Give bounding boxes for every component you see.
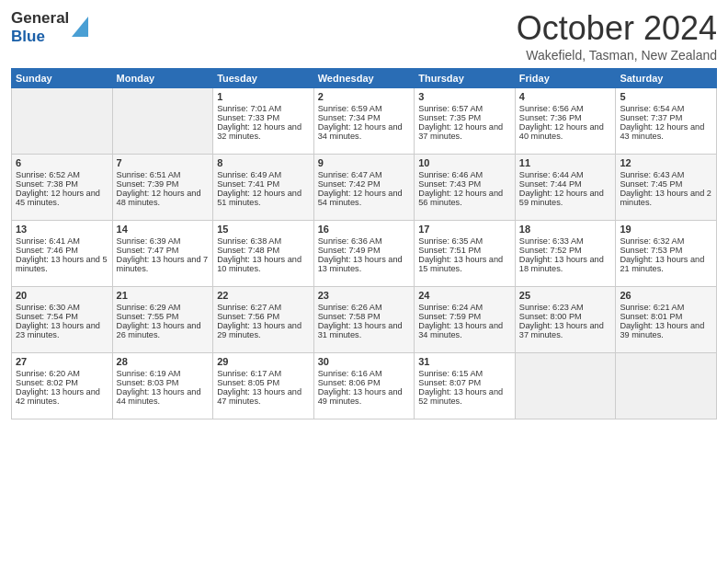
sunrise-text: Sunrise: 6:47 AM [318,170,411,179]
calendar-cell [12,88,113,155]
daylight-text: Daylight: 13 hours and 31 minutes. [318,321,411,339]
sunset-text: Sunset: 7:37 PM [620,113,712,122]
calendar-cell [112,88,213,155]
logo-general: General [11,9,69,28]
col-header-monday: Monday [112,69,213,88]
daylight-text: Daylight: 12 hours and 32 minutes. [217,122,310,141]
day-number: 30 [318,356,411,367]
sunset-text: Sunset: 7:54 PM [16,312,108,321]
sunrise-text: Sunrise: 6:16 AM [318,369,411,378]
sunrise-text: Sunrise: 6:52 AM [16,170,108,179]
header-row: SundayMondayTuesdayWednesdayThursdayFrid… [12,69,717,88]
sunrise-text: Sunrise: 6:17 AM [217,369,310,378]
sunset-text: Sunset: 7:34 PM [318,113,411,122]
daylight-text: Daylight: 12 hours and 37 minutes. [418,122,511,141]
calendar-cell: 29Sunrise: 6:17 AMSunset: 8:05 PMDayligh… [213,353,314,419]
daylight-text: Daylight: 13 hours and 37 minutes. [519,321,612,339]
daylight-text: Daylight: 12 hours and 59 minutes. [519,189,612,207]
day-number: 5 [620,91,712,102]
calendar-cell: 12Sunrise: 6:43 AMSunset: 7:45 PMDayligh… [616,155,717,221]
day-number: 31 [418,356,511,367]
sunrise-text: Sunrise: 6:46 AM [418,170,511,179]
calendar-cell: 31Sunrise: 6:15 AMSunset: 8:07 PMDayligh… [415,353,516,419]
calendar-cell: 15Sunrise: 6:38 AMSunset: 7:48 PMDayligh… [213,221,314,287]
daylight-text: Daylight: 13 hours and 15 minutes. [418,255,511,273]
col-header-sunday: Sunday [12,69,113,88]
sunset-text: Sunset: 8:07 PM [418,378,511,387]
sunset-text: Sunset: 7:35 PM [418,113,511,122]
title-block: October 2024 Wakefield, Tasman, New Zeal… [517,9,717,63]
col-header-saturday: Saturday [616,69,717,88]
day-number: 1 [217,91,310,102]
day-number: 4 [519,91,612,102]
sunrise-text: Sunrise: 6:56 AM [519,104,612,113]
sunset-text: Sunset: 7:48 PM [217,246,310,255]
daylight-text: Daylight: 12 hours and 40 minutes. [519,122,612,141]
day-number: 23 [318,290,411,301]
sunrise-text: Sunrise: 6:33 AM [519,236,612,246]
sunset-text: Sunset: 7:43 PM [418,179,511,189]
calendar-cell: 22Sunrise: 6:27 AMSunset: 7:56 PMDayligh… [213,287,314,353]
sunrise-text: Sunrise: 6:24 AM [418,303,511,312]
daylight-text: Daylight: 13 hours and 5 minutes. [16,255,108,273]
day-number: 19 [620,224,712,235]
calendar-cell: 1Sunrise: 7:01 AMSunset: 7:33 PMDaylight… [213,88,314,155]
sunrise-text: Sunrise: 6:19 AM [117,369,210,378]
calendar-cell: 11Sunrise: 6:44 AMSunset: 7:44 PMDayligh… [515,155,616,221]
day-number: 24 [418,290,511,301]
calendar-cell: 7Sunrise: 6:51 AMSunset: 7:39 PMDaylight… [112,155,213,221]
calendar-cell: 4Sunrise: 6:56 AMSunset: 7:36 PMDaylight… [515,88,616,155]
day-number: 14 [117,224,210,235]
calendar-cell: 25Sunrise: 6:23 AMSunset: 8:00 PMDayligh… [515,287,616,353]
daylight-text: Daylight: 12 hours and 43 minutes. [620,122,712,141]
day-number: 28 [117,356,210,367]
daylight-text: Daylight: 13 hours and 34 minutes. [418,321,511,339]
daylight-text: Daylight: 13 hours and 52 minutes. [418,387,511,406]
daylight-text: Daylight: 13 hours and 39 minutes. [620,321,712,339]
sunset-text: Sunset: 8:02 PM [16,378,108,387]
daylight-text: Daylight: 13 hours and 10 minutes. [217,255,310,273]
day-number: 13 [16,224,108,235]
day-number: 9 [318,157,411,168]
sunset-text: Sunset: 7:47 PM [117,246,210,255]
week-row-5: 27Sunrise: 6:20 AMSunset: 8:02 PMDayligh… [12,353,717,419]
daylight-text: Daylight: 13 hours and 7 minutes. [117,255,210,273]
sunrise-text: Sunrise: 6:15 AM [418,369,511,378]
svg-marker-0 [72,17,88,37]
calendar-cell: 20Sunrise: 6:30 AMSunset: 7:54 PMDayligh… [12,287,113,353]
calendar-cell: 28Sunrise: 6:19 AMSunset: 8:03 PMDayligh… [112,353,213,419]
calendar-cell: 16Sunrise: 6:36 AMSunset: 7:49 PMDayligh… [313,221,415,287]
sunrise-text: Sunrise: 6:57 AM [418,104,511,113]
calendar-cell: 26Sunrise: 6:21 AMSunset: 8:01 PMDayligh… [616,287,717,353]
daylight-text: Daylight: 13 hours and 49 minutes. [318,387,411,406]
calendar-cell: 24Sunrise: 6:24 AMSunset: 7:59 PMDayligh… [415,287,516,353]
sunset-text: Sunset: 8:01 PM [620,312,712,321]
day-number: 16 [318,224,411,235]
day-number: 22 [217,290,310,301]
logo-text-block: General Blue [11,9,88,45]
day-number: 2 [318,91,411,102]
sunset-text: Sunset: 7:58 PM [318,312,411,321]
sunset-text: Sunset: 7:55 PM [117,312,210,321]
calendar-cell: 14Sunrise: 6:39 AMSunset: 7:47 PMDayligh… [112,221,213,287]
day-number: 25 [519,290,612,301]
sunset-text: Sunset: 7:59 PM [418,312,511,321]
sunrise-text: Sunrise: 6:32 AM [620,236,712,246]
calendar-cell [515,353,616,419]
sunset-text: Sunset: 7:46 PM [16,246,108,255]
daylight-text: Daylight: 13 hours and 21 minutes. [620,255,712,273]
logo-icon [72,17,88,37]
daylight-text: Daylight: 13 hours and 44 minutes. [117,387,210,406]
calendar-cell: 8Sunrise: 6:49 AMSunset: 7:41 PMDaylight… [213,155,314,221]
day-number: 6 [16,157,108,168]
day-number: 8 [217,157,310,168]
location: Wakefield, Tasman, New Zealand [517,48,717,63]
sunset-text: Sunset: 8:05 PM [217,378,310,387]
sunrise-text: Sunrise: 6:49 AM [217,170,310,179]
sunrise-text: Sunrise: 6:59 AM [318,104,411,113]
sunrise-text: Sunrise: 6:38 AM [217,236,310,246]
sunset-text: Sunset: 7:38 PM [16,179,108,189]
daylight-text: Daylight: 13 hours and 29 minutes. [217,321,310,339]
daylight-text: Daylight: 12 hours and 45 minutes. [16,189,108,207]
sunrise-text: Sunrise: 7:01 AM [217,104,310,113]
